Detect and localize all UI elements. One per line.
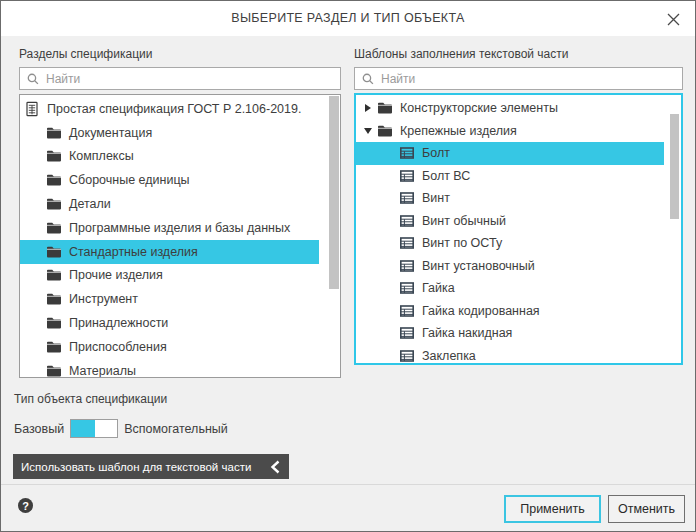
section-item-2[interactable]: Комплексы bbox=[20, 145, 319, 169]
template-icon bbox=[399, 190, 415, 206]
help-icon: ? bbox=[22, 500, 29, 512]
template-icon bbox=[399, 168, 415, 184]
spec-document-icon bbox=[24, 101, 40, 117]
section-item-7[interactable]: Прочие изделия bbox=[20, 264, 319, 288]
folder-icon bbox=[377, 123, 393, 139]
templates-search[interactable] bbox=[354, 67, 683, 90]
template-item-8[interactable]: Гайка bbox=[356, 277, 664, 300]
close-icon bbox=[667, 13, 680, 26]
template-item-9[interactable]: Гайка кодированная bbox=[356, 300, 664, 323]
template-item-3[interactable]: Болт ВС bbox=[356, 165, 664, 188]
section-item-0[interactable]: Простая спецификация ГОСТ Р 2.106-2019. bbox=[20, 97, 319, 121]
use-template-bar-label: Использовать шаблон для текстовой части bbox=[21, 461, 251, 473]
templates-tree: Конструкторские элементыКрепежные издели… bbox=[354, 93, 683, 365]
template-icon bbox=[399, 145, 415, 161]
template-item-0[interactable]: Конструкторские элементы bbox=[356, 97, 664, 120]
section-item-1[interactable]: Документация bbox=[20, 121, 319, 145]
arrow-glyph bbox=[365, 104, 371, 112]
folder-icon bbox=[46, 220, 62, 236]
template-item-1[interactable]: Крепежные изделия bbox=[356, 120, 664, 143]
template-item-label: Винт установочный bbox=[422, 259, 535, 273]
object-type-title: Тип объекта спецификации bbox=[14, 392, 167, 406]
template-item-6[interactable]: Винт по ОСТу bbox=[356, 232, 664, 255]
cancel-button[interactable]: Отменить bbox=[608, 495, 685, 523]
section-item-label: Стандартные изделия bbox=[69, 245, 198, 259]
template-item-11[interactable]: Заклепка bbox=[356, 345, 664, 366]
help-button[interactable]: ? bbox=[18, 498, 33, 513]
template-item-label: Гайка накидная bbox=[422, 326, 512, 340]
section-item-6[interactable]: Стандартные изделия bbox=[20, 240, 319, 264]
object-type-toggle[interactable] bbox=[70, 419, 118, 438]
template-icon bbox=[399, 235, 415, 251]
expand-arrow-icon[interactable] bbox=[363, 103, 373, 113]
section-item-label: Сборочные единицы bbox=[69, 173, 190, 187]
folder-icon bbox=[46, 172, 62, 188]
template-item-label: Заклепка bbox=[422, 349, 476, 363]
template-item-7[interactable]: Винт установочный bbox=[356, 255, 664, 278]
close-button[interactable] bbox=[664, 10, 682, 28]
section-item-10[interactable]: Приспособления bbox=[20, 335, 319, 359]
template-item-label: Болт bbox=[422, 146, 450, 160]
section-item-11[interactable]: Материалы bbox=[20, 359, 319, 378]
template-icon bbox=[399, 213, 415, 229]
folder-icon bbox=[46, 244, 62, 260]
template-item-label: Гайка bbox=[422, 281, 455, 295]
section-item-label: Принадлежности bbox=[69, 316, 168, 330]
search-icon bbox=[361, 72, 375, 86]
section-item-label: Материалы bbox=[69, 364, 136, 378]
sections-search[interactable] bbox=[19, 67, 341, 90]
sections-panel-title: Разделы спецификации bbox=[19, 47, 152, 61]
template-item-label: Винт по ОСТу bbox=[422, 236, 502, 250]
object-type-option-basic[interactable]: Базовый bbox=[14, 422, 64, 436]
sections-search-input[interactable] bbox=[46, 72, 340, 86]
footer-divider bbox=[1, 484, 695, 485]
template-item-label: Винт bbox=[422, 191, 450, 205]
object-type-toggle-row: Базовый Вспомогательный bbox=[14, 419, 228, 438]
folder-icon bbox=[46, 291, 62, 307]
template-item-2[interactable]: Болт bbox=[356, 142, 664, 165]
search-icon bbox=[26, 72, 40, 86]
template-icon bbox=[399, 280, 415, 296]
template-item-label: Винт обычный bbox=[422, 214, 506, 228]
folder-icon bbox=[46, 315, 62, 331]
section-item-5[interactable]: Программные изделия и базы данных bbox=[20, 216, 319, 240]
template-item-label: Гайка кодированная bbox=[422, 304, 540, 318]
template-item-label: Крепежные изделия bbox=[400, 124, 517, 138]
folder-icon bbox=[46, 363, 62, 378]
folder-icon bbox=[46, 339, 62, 355]
section-item-label: Приспособления bbox=[69, 340, 167, 354]
use-template-bar-button[interactable]: Использовать шаблон для текстовой части bbox=[13, 454, 289, 479]
templates-search-input[interactable] bbox=[381, 72, 682, 86]
section-item-9[interactable]: Принадлежности bbox=[20, 311, 319, 335]
template-item-4[interactable]: Винт bbox=[356, 187, 664, 210]
collapse-arrow-icon[interactable] bbox=[363, 126, 373, 136]
template-icon bbox=[399, 348, 415, 364]
section-item-label: Простая спецификация ГОСТ Р 2.106-2019. bbox=[47, 102, 301, 116]
templates-panel-title: Шаблоны заполнения текстовой части bbox=[354, 47, 568, 61]
section-item-4[interactable]: Детали bbox=[20, 192, 319, 216]
chevron-left-icon bbox=[270, 460, 280, 474]
template-icon bbox=[399, 258, 415, 274]
folder-icon bbox=[46, 125, 62, 141]
section-item-label: Программные изделия и базы данных bbox=[69, 221, 290, 235]
sections-tree: Простая спецификация ГОСТ Р 2.106-2019.Д… bbox=[19, 94, 341, 378]
toggle-on-indicator bbox=[71, 420, 95, 437]
templates-scrollbar-thumb[interactable] bbox=[670, 114, 679, 219]
folder-icon bbox=[46, 267, 62, 283]
object-type-option-auxiliary[interactable]: Вспомогательный bbox=[124, 422, 228, 436]
folder-icon bbox=[377, 100, 393, 116]
section-item-label: Детали bbox=[69, 197, 111, 211]
section-item-3[interactable]: Сборочные единицы bbox=[20, 168, 319, 192]
folder-icon bbox=[46, 148, 62, 164]
template-item-label: Болт ВС bbox=[422, 169, 470, 183]
section-item-label: Прочие изделия bbox=[69, 268, 163, 282]
folder-icon bbox=[46, 196, 62, 212]
dialog-title: ВЫБЕРИТЕ РАЗДЕЛ И ТИП ОБЪЕКТА bbox=[1, 1, 695, 36]
sections-scrollbar-thumb[interactable] bbox=[329, 96, 339, 289]
template-item-10[interactable]: Гайка накидная bbox=[356, 322, 664, 345]
section-item-8[interactable]: Инструмент bbox=[20, 287, 319, 311]
template-item-5[interactable]: Винт обычный bbox=[356, 210, 664, 233]
section-item-label: Комплексы bbox=[69, 149, 134, 163]
template-icon bbox=[399, 303, 415, 319]
apply-button[interactable]: Применить bbox=[504, 495, 601, 523]
